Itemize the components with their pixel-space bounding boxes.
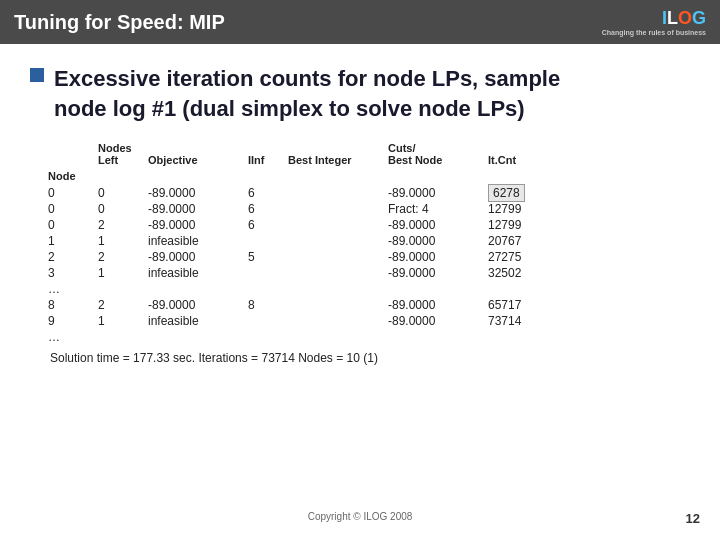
cell-iinf: 5 <box>240 249 280 265</box>
cell-obj: -89.0000 <box>140 217 240 233</box>
table-row: 1 1 infeasible -89.0000 20767 <box>40 233 550 249</box>
cell-itcnt: 27275 <box>480 249 550 265</box>
heading-line2: node log #1 (dual simplex to solve node … <box>54 96 525 121</box>
cell-best-int <box>280 233 380 249</box>
cell-best-node: -89.0000 <box>380 249 480 265</box>
slide-header: Tuning for Speed: MIP I L O G Changing t… <box>0 0 720 44</box>
table-row: 3 1 infeasible -89.0000 32502 <box>40 265 550 281</box>
ilog-logo: I L O G <box>662 8 706 29</box>
cell-iinf: 6 <box>240 201 280 217</box>
col-header-node-label: Node <box>40 169 90 185</box>
node-log-table: NodesLeft Objective IInf Best Integer Cu… <box>40 141 550 345</box>
cell-best-node: -89.0000 <box>380 185 480 201</box>
copyright-text: Copyright © ILOG 2008 <box>308 511 413 522</box>
cell-node: 9 <box>40 313 90 329</box>
cell-node: 0 <box>40 201 90 217</box>
cell-best-int <box>280 201 380 217</box>
table-row: 8 2 -89.0000 8 -89.0000 65717 <box>40 297 550 313</box>
cell-obj: -89.0000 <box>140 297 240 313</box>
slide-title: Tuning for Speed: MIP <box>14 11 225 34</box>
cell-best-int <box>280 265 380 281</box>
page-number: 12 <box>686 511 700 526</box>
cell-obj: -89.0000 <box>140 185 240 201</box>
heading-line1: Excessive iteration counts for node LPs,… <box>54 66 560 91</box>
logo-letter-o: O <box>678 8 692 29</box>
col-header-objective: Objective <box>140 141 240 169</box>
cell-best-int <box>280 217 380 233</box>
cell-best-int <box>280 297 380 313</box>
cell-node: 0 <box>40 185 90 201</box>
section-heading: Excessive iteration counts for node LPs,… <box>30 64 690 123</box>
cell-iinf: 6 <box>240 217 280 233</box>
col-header-left-label <box>90 169 140 185</box>
cell-left: 1 <box>90 313 140 329</box>
cell-best-int <box>280 185 380 201</box>
ellipsis-row-1: … <box>40 281 550 297</box>
logo-tagline: Changing the rules of business <box>602 29 706 36</box>
cell-itcnt: 65717 <box>480 297 550 313</box>
logo-letter-g: G <box>692 8 706 29</box>
logo-letter-l: L <box>667 8 678 29</box>
cell-best-int <box>280 249 380 265</box>
cell-obj: -89.0000 <box>140 201 240 217</box>
cell-node: 2 <box>40 249 90 265</box>
cell-best-node: -89.0000 <box>380 265 480 281</box>
ellipsis-spacer <box>90 281 550 297</box>
col-header-iinf: IInf <box>240 141 280 169</box>
table-row: 9 1 infeasible -89.0000 73714 <box>40 313 550 329</box>
cell-left: 1 <box>90 265 140 281</box>
highlighted-value: 6278 <box>488 184 525 202</box>
cell-itcnt: 12799 <box>480 217 550 233</box>
main-content: Excessive iteration counts for node LPs,… <box>0 44 720 375</box>
col-header-spacer <box>140 169 550 185</box>
cell-iinf <box>240 233 280 249</box>
cell-iinf: 6 <box>240 185 280 201</box>
cell-left: 2 <box>90 249 140 265</box>
table-header-sub: Node <box>40 169 550 185</box>
cell-best-int <box>280 313 380 329</box>
col-header-node <box>40 141 90 169</box>
cell-best-node: -89.0000 <box>380 217 480 233</box>
cell-itcnt: 6278 <box>480 185 550 201</box>
table-row: 0 2 -89.0000 6 -89.0000 12799 <box>40 217 550 233</box>
data-table-area: NodesLeft Objective IInf Best Integer Cu… <box>40 141 690 365</box>
table-row: 0 0 -89.0000 6 Fract: 4 12799 <box>40 201 550 217</box>
table-header-row: NodesLeft Objective IInf Best Integer Cu… <box>40 141 550 169</box>
cell-obj: infeasible <box>140 313 240 329</box>
heading-text: Excessive iteration counts for node LPs,… <box>54 64 560 123</box>
cell-obj: infeasible <box>140 233 240 249</box>
logo-area: I L O G Changing the rules of business <box>602 8 706 36</box>
cell-best-node: Fract: 4 <box>380 201 480 217</box>
col-header-cuts-best-node: Cuts/Best Node <box>380 141 480 169</box>
cell-itcnt: 32502 <box>480 265 550 281</box>
table-row: 2 2 -89.0000 5 -89.0000 27275 <box>40 249 550 265</box>
col-header-nodes-left: NodesLeft <box>90 141 140 169</box>
cell-left: 2 <box>90 297 140 313</box>
ellipsis-row-2: … <box>40 329 550 345</box>
cell-iinf <box>240 265 280 281</box>
cell-node: 8 <box>40 297 90 313</box>
cell-best-node: -89.0000 <box>380 297 480 313</box>
ellipsis-cell-2: … <box>40 329 90 345</box>
cell-iinf <box>240 313 280 329</box>
col-header-best-integer: Best Integer <box>280 141 380 169</box>
bullet-icon <box>30 68 44 82</box>
cell-best-node: -89.0000 <box>380 313 480 329</box>
table-row: 0 0 -89.0000 6 -89.0000 6278 <box>40 185 550 201</box>
solution-line: Solution time = 177.33 sec. Iterations =… <box>50 351 690 365</box>
cell-itcnt: 73714 <box>480 313 550 329</box>
cell-left: 1 <box>90 233 140 249</box>
cell-node: 0 <box>40 217 90 233</box>
cell-itcnt: 12799 <box>480 201 550 217</box>
ellipsis-spacer-2 <box>90 329 550 345</box>
cell-itcnt: 20767 <box>480 233 550 249</box>
ellipsis-cell: … <box>40 281 90 297</box>
cell-left: 2 <box>90 217 140 233</box>
cell-obj: -89.0000 <box>140 249 240 265</box>
cell-obj: infeasible <box>140 265 240 281</box>
cell-left: 0 <box>90 185 140 201</box>
cell-iinf: 8 <box>240 297 280 313</box>
cell-node: 3 <box>40 265 90 281</box>
cell-best-node: -89.0000 <box>380 233 480 249</box>
footer: Copyright © ILOG 2008 <box>0 511 720 522</box>
